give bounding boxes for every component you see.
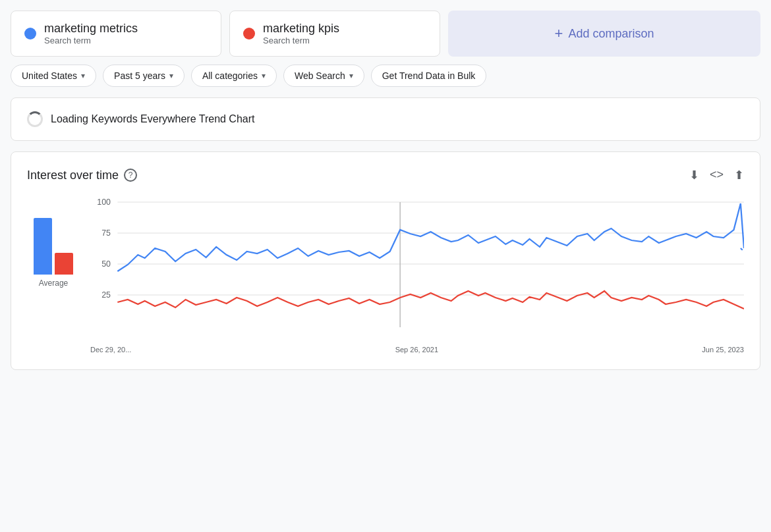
categories-filter[interactable]: All categories ▾	[191, 65, 277, 87]
svg-text:50: 50	[101, 259, 111, 269]
term-dot-2	[243, 28, 255, 40]
filter-row: United States ▾ Past 5 years ▾ All categ…	[11, 65, 760, 87]
time-range-label: Past 5 years	[114, 70, 165, 81]
search-term-card-2: marketing kpis Search term	[229, 11, 440, 57]
download-icon[interactable]: ⬇	[689, 168, 699, 182]
term-text-2: marketing kpis Search term	[263, 22, 339, 45]
location-chevron-icon: ▾	[81, 71, 85, 80]
term-name-2: marketing kpis	[263, 22, 339, 36]
x-label-1: Dec 29, 20...	[90, 346, 131, 354]
svg-text:100: 100	[97, 198, 111, 207]
categories-chevron-icon: ▾	[262, 71, 266, 80]
term-label-2: Search term	[263, 36, 339, 45]
loading-bar: Loading Keywords Everywhere Trend Chart	[11, 97, 760, 141]
avg-bars	[34, 196, 73, 275]
interest-header: Interest over time ? ⬇ <> ⬆	[27, 168, 744, 182]
blue-trend-line	[117, 203, 744, 271]
categories-label: All categories	[202, 70, 258, 81]
avg-bar-red	[55, 253, 73, 275]
interest-title-group: Interest over time ?	[27, 169, 137, 182]
loading-text: Loading Keywords Everywhere Trend Chart	[51, 113, 255, 125]
interest-section: Interest over time ? ⬇ <> ⬆ Average 10	[11, 151, 760, 370]
location-label: United States	[22, 70, 77, 81]
term-label-1: Search term	[44, 36, 138, 45]
trend-bulk-button[interactable]: Get Trend Data in Bulk	[371, 65, 487, 87]
interest-title: Interest over time	[27, 169, 119, 182]
chart-average: Average	[27, 196, 80, 354]
search-term-card-1: marketing metrics Search term	[11, 11, 221, 57]
trend-bulk-label: Get Trend Data in Bulk	[382, 70, 476, 81]
add-comparison-card[interactable]: + Add comparison	[448, 11, 760, 57]
search-type-chevron-icon: ▾	[349, 71, 353, 80]
svg-text:25: 25	[101, 290, 111, 300]
share-icon[interactable]: ⬆	[734, 168, 744, 182]
x-label-2: Sep 26, 2021	[395, 346, 438, 354]
help-icon[interactable]: ?	[124, 169, 137, 182]
search-terms-row: marketing metrics Search term marketing …	[11, 11, 760, 57]
chart-main: 100 75 50 25 Dec 29, 20... Sep	[90, 196, 744, 354]
chart-x-labels: Dec 29, 20... Sep 26, 2021 Jun 25, 2023	[90, 343, 744, 354]
search-type-filter[interactable]: Web Search ▾	[283, 65, 364, 87]
chart-svg: 100 75 50 25	[90, 196, 744, 340]
chart-container: Average 100 75 50 25	[27, 196, 744, 354]
avg-bar-blue	[34, 218, 52, 275]
location-filter[interactable]: United States ▾	[11, 65, 96, 87]
add-comparison-label: Add comparison	[568, 27, 654, 41]
term-text-1: marketing metrics Search term	[44, 22, 138, 45]
term-name-1: marketing metrics	[44, 22, 138, 36]
svg-text:75: 75	[101, 228, 111, 238]
interest-actions: ⬇ <> ⬆	[689, 168, 744, 182]
avg-label: Average	[39, 279, 68, 288]
time-range-filter[interactable]: Past 5 years ▾	[103, 65, 185, 87]
svg-line-9	[741, 248, 744, 252]
loading-spinner	[27, 111, 43, 127]
plus-icon: +	[555, 25, 563, 42]
time-range-chevron-icon: ▾	[169, 71, 173, 80]
red-trend-line	[117, 291, 744, 309]
code-icon[interactable]: <>	[710, 168, 724, 182]
term-dot-1	[24, 28, 36, 40]
search-type-label: Web Search	[295, 70, 345, 81]
x-label-3: Jun 25, 2023	[702, 346, 744, 354]
